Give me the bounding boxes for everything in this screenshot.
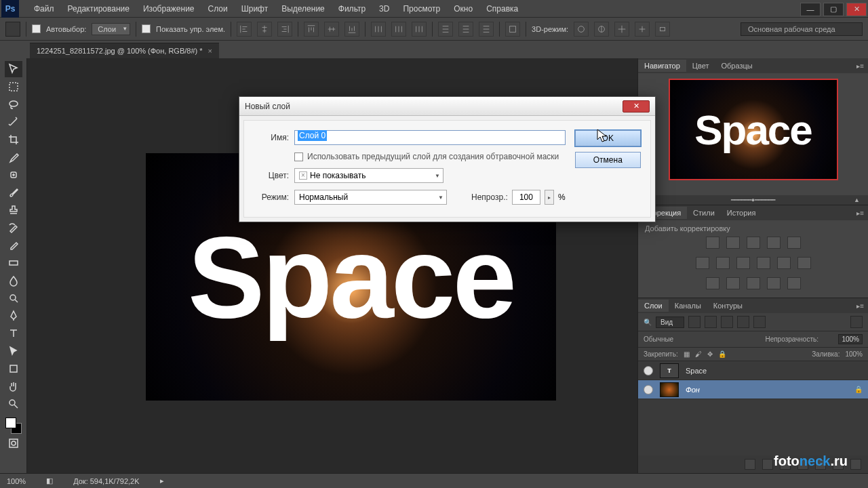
adj-mixer-icon[interactable] <box>757 257 770 269</box>
blend-mode-dropdown[interactable]: Обычные <box>644 336 745 343</box>
distribute-v-icon[interactable] <box>438 22 453 37</box>
layer-name[interactable]: Space <box>686 367 707 375</box>
eyedropper-tool-icon[interactable] <box>5 149 22 165</box>
adj-vibrance-icon[interactable] <box>787 237 801 249</box>
menu-image[interactable]: Изображение <box>136 1 201 16</box>
3d-pan-icon[interactable] <box>614 22 629 37</box>
quick-mask-icon[interactable] <box>5 435 22 451</box>
opacity-arrow-icon[interactable]: ▸ <box>545 190 554 205</box>
cancel-button[interactable]: Отмена <box>575 152 641 168</box>
auto-select-checkbox[interactable] <box>32 24 41 33</box>
menu-type[interactable]: Шрифт <box>235 1 275 16</box>
dialog-title-bar[interactable]: Новый слой ✕ <box>239 97 655 116</box>
tab-layers[interactable]: Слои <box>638 300 669 312</box>
brush-tool-icon[interactable] <box>5 184 22 201</box>
lock-pixels-icon[interactable]: 🖌 <box>695 350 702 358</box>
color-dropdown[interactable]: ×Не показывать <box>294 168 443 183</box>
3d-roll-icon[interactable] <box>594 22 609 37</box>
move-tool-icon[interactable] <box>5 61 22 77</box>
distribute-v3-icon[interactable] <box>479 22 494 37</box>
layer-name-input[interactable]: Слой 0 <box>294 130 566 145</box>
path-select-tool-icon[interactable] <box>5 343 22 359</box>
adj-photo-icon[interactable] <box>736 257 750 269</box>
delete-layer-icon[interactable] <box>850 459 861 470</box>
adj-curves-icon[interactable] <box>747 237 760 249</box>
distribute-h-icon[interactable] <box>371 22 386 37</box>
menu-layers[interactable]: Слои <box>201 1 235 16</box>
adj-hue-icon[interactable] <box>696 257 709 269</box>
menu-file[interactable]: Файл <box>27 1 61 16</box>
lock-position-icon[interactable]: ✥ <box>707 350 713 358</box>
document-tab[interactable]: 1224251_82811572.jpg @ 100% (Фон, RGB/8#… <box>30 43 219 58</box>
menu-edit[interactable]: Редактирование <box>61 1 136 16</box>
auto-select-dropdown[interactable]: Слои <box>92 23 130 35</box>
lock-transparent-icon[interactable]: ▦ <box>684 350 690 358</box>
collapse-adj-icon[interactable]: ▸≡ <box>852 209 868 217</box>
shape-tool-icon[interactable] <box>5 361 22 377</box>
mode-dropdown[interactable]: Нормальный <box>294 190 447 205</box>
collapse-panel-icon[interactable]: ▸≡ <box>852 62 868 70</box>
clip-mask-checkbox[interactable] <box>294 152 303 161</box>
layer-row[interactable]: T Space <box>638 361 868 380</box>
adj-poster-icon[interactable] <box>726 277 740 289</box>
tab-swatches[interactable]: Образцы <box>715 60 759 72</box>
tab-paths[interactable]: Контуры <box>707 300 749 312</box>
gradient-tool-icon[interactable] <box>5 255 22 271</box>
close-button[interactable]: ✕ <box>846 3 867 16</box>
dlg-opacity-input[interactable] <box>512 190 540 205</box>
layer-name[interactable]: Фон <box>686 386 700 394</box>
3d-orbit-icon[interactable] <box>574 22 589 37</box>
adj-bw-icon[interactable] <box>716 257 730 269</box>
align-top-icon[interactable] <box>304 22 319 37</box>
adj-lookup-icon[interactable] <box>777 257 791 269</box>
pen-tool-icon[interactable] <box>5 308 22 324</box>
tab-navigator[interactable]: Навигатор <box>638 60 686 72</box>
align-right-icon[interactable] <box>277 22 292 37</box>
tab-channels[interactable]: Каналы <box>669 300 707 312</box>
collapse-layers-icon[interactable]: ▸≡ <box>852 302 868 310</box>
adj-levels-icon[interactable] <box>726 237 740 249</box>
filter-adj-icon[interactable] <box>705 316 717 328</box>
layer-fx-icon[interactable] <box>762 459 773 470</box>
show-controls-checkbox[interactable] <box>142 24 151 33</box>
navigator-thumbnail[interactable]: Space <box>669 79 838 180</box>
maximize-button[interactable]: ▢ <box>823 3 844 16</box>
align-bottom-icon[interactable] <box>344 22 359 37</box>
filter-shape-icon[interactable] <box>737 316 749 328</box>
close-tab-icon[interactable]: × <box>208 47 212 55</box>
ok-button[interactable]: OK <box>575 130 641 146</box>
dialog-close-button[interactable]: ✕ <box>623 100 650 113</box>
adj-more-icon[interactable] <box>797 257 811 269</box>
3d-slide-icon[interactable] <box>635 22 650 37</box>
menu-help[interactable]: Справка <box>479 1 525 16</box>
layer-filter-dropdown[interactable]: Вид <box>656 317 684 328</box>
distribute-h2-icon[interactable] <box>391 22 406 37</box>
status-arrow-icon[interactable]: ▸ <box>160 476 164 485</box>
current-tool-icon[interactable] <box>5 22 20 37</box>
layer-row[interactable]: Фон 🔒 <box>638 380 868 399</box>
filter-smart-icon[interactable] <box>753 316 766 328</box>
blur-tool-icon[interactable] <box>5 272 22 289</box>
distribute-h3-icon[interactable] <box>412 22 427 37</box>
adj-brightness-icon[interactable] <box>706 237 719 249</box>
doc-size-icon[interactable]: ◧ <box>46 476 53 485</box>
filter-type-icon[interactable] <box>721 316 733 328</box>
align-vcenter-icon[interactable] <box>324 22 339 37</box>
3d-zoom-icon[interactable] <box>655 22 670 37</box>
adj-gradmap-icon[interactable] <box>767 277 781 289</box>
zoom-level[interactable]: 100% <box>7 477 26 485</box>
menu-window[interactable]: Окно <box>447 1 479 16</box>
filter-toggle-icon[interactable] <box>850 316 863 328</box>
tab-history[interactable]: История <box>721 207 762 219</box>
adj-threshold-icon[interactable] <box>747 277 760 289</box>
align-hcenter-icon[interactable] <box>257 22 272 37</box>
visibility-icon[interactable] <box>644 385 653 394</box>
menu-select[interactable]: Выделение <box>275 1 332 16</box>
menu-3d[interactable]: 3D <box>372 1 396 16</box>
visibility-icon[interactable] <box>644 366 653 375</box>
tab-color[interactable]: Цвет <box>686 60 715 72</box>
fill-value[interactable]: 100% <box>845 350 863 358</box>
eraser-tool-icon[interactable] <box>5 237 22 253</box>
minimize-button[interactable]: — <box>800 3 821 16</box>
menu-filter[interactable]: Фильтр <box>332 1 372 16</box>
